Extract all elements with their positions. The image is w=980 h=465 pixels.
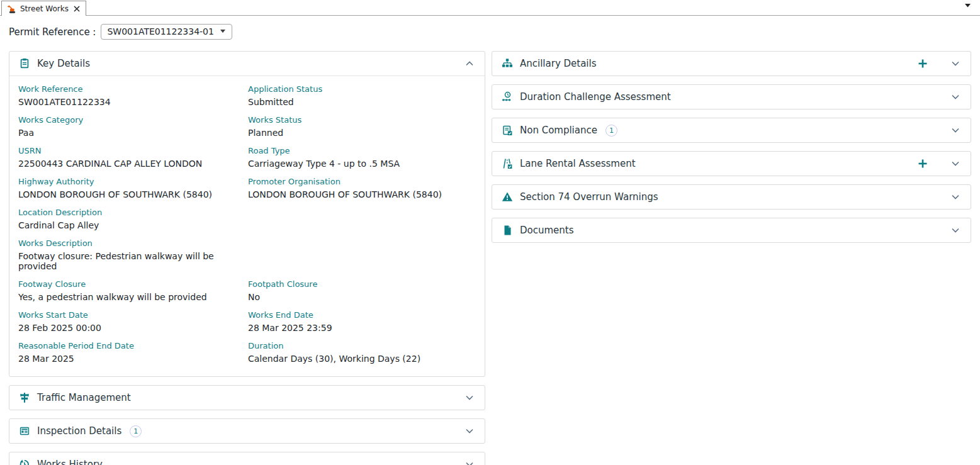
works-history-icon — [19, 459, 30, 465]
lane-rental-header[interactable]: Lane Rental Assessment — [492, 152, 971, 176]
chevron-down-icon[interactable] — [950, 125, 961, 136]
non-compliance-icon — [502, 125, 513, 136]
chevron-down-icon[interactable] — [950, 191, 961, 203]
field-works-description: Works Description Footway closure: Pedes… — [18, 238, 248, 271]
chevron-down-icon[interactable] — [464, 459, 475, 465]
documents-header[interactable]: Documents — [492, 218, 971, 242]
field-value: Footway closure: Pedestrian walkway will… — [18, 251, 237, 271]
chevron-down-icon[interactable] — [950, 58, 961, 69]
field-value: 28 Mar 2025 — [18, 354, 237, 364]
inspection-details-icon — [19, 425, 30, 437]
field-label: Road Type — [248, 146, 465, 155]
field-application-status: Application Status Submitted — [248, 84, 476, 107]
field-empty — [248, 238, 476, 271]
permit-reference-row: Permit Reference : SW001ATE01122334-01 — [9, 24, 980, 40]
field-label: Duration — [248, 341, 465, 350]
field-value: LONDON BOROUGH OF SOUTHWARK (5840) — [248, 189, 465, 199]
field-label: Footpath Closure — [248, 279, 465, 289]
add-icon[interactable] — [918, 59, 928, 69]
field-label: Application Status — [248, 84, 465, 94]
inspection-details-header[interactable]: Inspection Details 1 — [9, 419, 485, 443]
field-works-start-date: Works Start Date 28 Feb 2025 00:00 — [18, 310, 248, 333]
ancillary-details-header[interactable]: Ancillary Details — [492, 52, 971, 76]
field-label: Works End Date — [248, 310, 465, 320]
works-history-header[interactable]: Works History — [9, 452, 485, 465]
duration-challenge-panel: Duration Challenge Assessment — [492, 84, 971, 109]
key-details-fields: Work Reference SW001ATE01122334 Applicat… — [9, 76, 485, 376]
inspection-details-panel: Inspection Details 1 — [9, 418, 485, 444]
ancillary-details-panel: Ancillary Details — [492, 51, 971, 76]
lane-rental-icon — [502, 158, 513, 169]
panel-title: Inspection Details — [37, 425, 121, 437]
warning-triangle-icon — [502, 191, 513, 203]
field-label: Promoter Organisation — [248, 177, 465, 186]
panel-title: Section 74 Overrun Warnings — [520, 191, 658, 203]
chevron-down-icon[interactable] — [950, 158, 961, 169]
field-footway-closure: Footway Closure Yes, a pedestrian walkwa… — [18, 279, 248, 302]
field-works-status: Works Status Planned — [248, 115, 476, 138]
duration-challenge-icon — [502, 91, 513, 103]
tab-list-dropdown-icon[interactable] — [965, 4, 971, 8]
field-promoter-organisation: Promoter Organisation LONDON BOROUGH OF … — [248, 177, 476, 199]
permit-reference-value: SW001ATE01122334-01 — [107, 26, 213, 36]
add-icon[interactable] — [918, 159, 928, 169]
chevron-down-icon[interactable] — [464, 392, 475, 403]
field-label: Work Reference — [18, 84, 237, 94]
field-footpath-closure: Footpath Closure No — [248, 279, 476, 302]
chevron-down-icon[interactable] — [464, 425, 475, 437]
section-74-header[interactable]: Section 74 Overrun Warnings — [492, 185, 971, 209]
clipboard-icon — [19, 58, 30, 69]
tab-street-works[interactable]: Street Works — [1, 1, 86, 16]
field-highway-authority: Highway Authority LONDON BOROUGH OF SOUT… — [18, 177, 248, 199]
field-label: Works Start Date — [18, 310, 237, 320]
field-label: Highway Authority — [18, 177, 237, 186]
field-work-reference: Work Reference SW001ATE01122334 — [18, 84, 248, 107]
traffic-management-icon — [19, 392, 30, 403]
non-compliance-panel: Non Compliance 1 — [492, 118, 971, 143]
field-value: Carriageway Type 4 - up to .5 MSA — [248, 159, 465, 169]
panel-title: Lane Rental Assessment — [520, 158, 636, 169]
panel-title: Duration Challenge Assessment — [520, 91, 671, 103]
select-caret-icon — [220, 30, 226, 33]
field-duration: Duration Calendar Days (30), Working Day… — [248, 341, 476, 364]
key-details-header[interactable]: Key Details — [9, 52, 485, 76]
field-value: Cardinal Cap Alley — [18, 220, 237, 230]
field-value: Submitted — [248, 97, 465, 107]
permit-reference-select[interactable]: SW001ATE01122334-01 — [101, 24, 232, 40]
documents-panel: Documents — [492, 218, 971, 243]
chevron-down-icon[interactable] — [950, 225, 961, 236]
duration-challenge-header[interactable]: Duration Challenge Assessment — [492, 85, 971, 109]
main-content: Key Details Work Reference SW001ATE01122… — [0, 51, 980, 465]
field-value: Paa — [18, 128, 237, 138]
field-location-description: Location Description Cardinal Cap Alley — [18, 208, 248, 230]
field-value: 28 Mar 2025 23:59 — [248, 323, 465, 333]
field-value: 28 Feb 2025 00:00 — [18, 323, 237, 333]
field-value: Planned — [248, 128, 465, 138]
panel-title: Traffic Management — [37, 392, 131, 403]
tab-bar: Street Works — [0, 0, 980, 16]
traffic-management-header[interactable]: Traffic Management — [9, 386, 485, 410]
count-badge: 1 — [130, 425, 142, 437]
works-history-panel: Works History — [9, 452, 485, 465]
field-usrn: USRN 22500443 CARDINAL CAP ALLEY LONDON — [18, 146, 248, 169]
count-badge: 1 — [605, 125, 617, 137]
sitemap-icon — [502, 58, 513, 69]
field-value: Yes, a pedestrian walkway will be provid… — [18, 292, 237, 302]
field-label: Works Description — [18, 238, 237, 248]
permit-reference-label: Permit Reference : — [9, 26, 96, 38]
field-value: SW001ATE01122334 — [18, 97, 237, 107]
document-icon — [502, 225, 513, 236]
chevron-down-icon[interactable] — [950, 91, 961, 103]
panel-title: Works History — [37, 459, 103, 465]
field-value: 22500443 CARDINAL CAP ALLEY LONDON — [18, 159, 237, 169]
non-compliance-header[interactable]: Non Compliance 1 — [492, 118, 971, 142]
field-empty — [248, 208, 476, 230]
close-icon[interactable] — [74, 6, 80, 12]
field-road-type: Road Type Carriageway Type 4 - up to .5 … — [248, 146, 476, 169]
field-works-category: Works Category Paa — [18, 115, 248, 138]
chevron-up-icon[interactable] — [464, 58, 475, 69]
panel-title: Key Details — [37, 58, 90, 69]
panel-title: Ancillary Details — [520, 58, 597, 69]
field-reasonable-period-end-date: Reasonable Period End Date 28 Mar 2025 — [18, 341, 248, 364]
field-value: Calendar Days (30), Working Days (22) — [248, 354, 465, 364]
